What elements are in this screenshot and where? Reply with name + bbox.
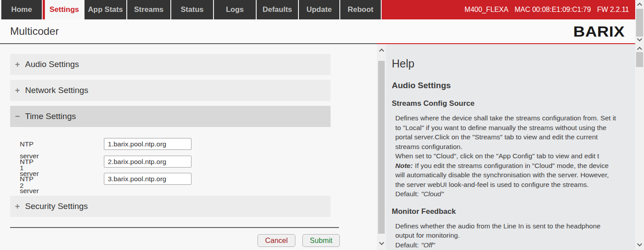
ntp-server-3-input[interactable] [104, 173, 191, 185]
expand-plus-icon: + [15, 60, 25, 69]
help-scrollbar[interactable] [635, 44, 644, 250]
default-label: Default: [395, 190, 419, 198]
nav-tab-settings[interactable]: Settings [43, 0, 84, 19]
accordion-label: Time Settings [25, 112, 76, 121]
nav-tab-home[interactable]: Home [1, 0, 42, 19]
accordion-label: Security Settings [25, 201, 88, 211]
nav-tab-status[interactable]: Status [171, 0, 213, 19]
help-line: the server webUI look-and-feel is used t… [395, 180, 635, 190]
scroll-up-icon[interactable] [635, 0, 644, 8]
device-info-bar: M400_FLEXA MAC 00:08:E1:09:C1:79 FW 2.2.… [382, 0, 644, 19]
accordion-audio-settings[interactable]: + Audio Settings [10, 54, 331, 75]
default-value: "Off" [421, 241, 435, 249]
content-scrollbar[interactable] [377, 44, 386, 250]
accordion-time-settings[interactable]: − Time Settings [10, 106, 331, 127]
nav-tab-app-stats[interactable]: App Stats [85, 0, 126, 19]
help-line: will automatically disable the synchroni… [395, 170, 635, 180]
default-value: "Cloud" [421, 190, 444, 198]
form-actions-divider [10, 227, 339, 228]
barix-webui-screen: Home Settings App Stats Streams Status L… [0, 0, 644, 250]
accordion-network-settings[interactable]: + Network Settings [10, 80, 331, 101]
ntp-server-1-input[interactable] [104, 138, 191, 150]
expand-plus-icon: + [15, 201, 25, 211]
help-paragraph: Defines where the device shall take the … [392, 113, 635, 199]
help-line: When set to "Cloud", click on the "App C… [395, 151, 635, 161]
help-line: streams configuration. [395, 142, 635, 152]
collapse-minus-icon: − [15, 112, 25, 121]
ntp-server-2-input[interactable] [104, 156, 191, 168]
scroll-down-icon[interactable] [635, 241, 644, 249]
header-scrollbar[interactable] [635, 0, 644, 44]
help-panel: Help Audio Settings Streams Config Sourc… [386, 44, 635, 250]
nav-tab-streams[interactable]: Streams [127, 0, 170, 19]
device-model: M400_FLEXA [464, 6, 508, 14]
nav-tab-defaults[interactable]: Defaults [257, 0, 298, 19]
help-paragraph: Defines whether the audio from the Line … [392, 221, 635, 250]
settings-content-frame: + Audio Settings + Network Settings − Ti… [0, 44, 377, 250]
cancel-button[interactable]: Cancel [258, 234, 295, 247]
default-label: Default: [395, 241, 419, 249]
accordion-label: Audio Settings [25, 60, 79, 69]
help-line: to "Local" if you want to define manuall… [395, 123, 635, 133]
help-topic-monitor-feedback: Monitor Feedback [392, 207, 635, 216]
device-mac: MAC 00:08:E1:09:C1:79 [515, 6, 591, 14]
help-line-text: If you edit the streams configuration in… [415, 162, 609, 169]
expand-plus-icon: + [15, 86, 25, 95]
top-nav: Home Settings App Stats Streams Status L… [0, 0, 644, 19]
help-line: Note:If you edit the streams configurati… [395, 161, 635, 171]
help-line: portal server.Click on the "Streams" tab… [395, 132, 635, 142]
device-firmware: FW 2.2.11 [597, 6, 629, 14]
scrollbar-thumb[interactable] [378, 61, 385, 234]
barix-logo: BARIX [573, 23, 625, 40]
page-title: Multicoder [10, 25, 59, 37]
accordion-security-settings[interactable]: + Security Settings [10, 196, 331, 217]
scroll-up-icon[interactable] [377, 46, 386, 54]
scroll-down-icon[interactable] [377, 240, 386, 248]
help-title: Help [392, 57, 635, 70]
nav-tab-reboot[interactable]: Reboot [340, 0, 381, 19]
help-topic-streams-config-source: Streams Config Source [392, 99, 635, 108]
scrollbar-thumb[interactable] [636, 52, 643, 67]
title-bar: Multicoder BARIX [0, 19, 644, 43]
accordion-label: Network Settings [25, 86, 88, 95]
help-section-heading: Audio Settings [392, 80, 635, 91]
nav-tab-update[interactable]: Update [299, 0, 339, 19]
help-line: Default:"Cloud" [395, 189, 635, 199]
note-label: Note: [395, 162, 413, 169]
scroll-up-icon[interactable] [635, 44, 644, 52]
help-line: Default:"Off" [395, 240, 635, 250]
help-line: output for monitoring. [395, 231, 635, 240]
submit-button[interactable]: Submit [302, 234, 340, 247]
scroll-down-icon[interactable] [635, 36, 644, 44]
help-line: Defines where the device shall take the … [395, 113, 635, 123]
scrollbar-thumb[interactable] [636, 9, 643, 37]
help-line: Defines whether the audio from the Line … [395, 221, 635, 231]
nav-tab-logs[interactable]: Logs [214, 0, 256, 19]
